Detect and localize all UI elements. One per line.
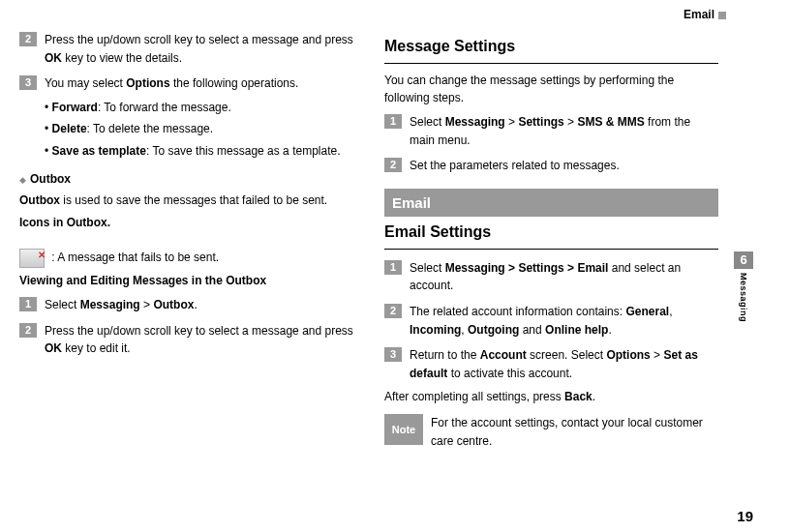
key-label: Back [564,390,592,403]
icons-heading: Icons in Outbox. [19,214,353,232]
step-text: Select Messaging > Outbox. [45,296,353,314]
bullet-text: : To save this message as a template. [146,144,341,158]
bullet-text: : To forward the message. [98,101,231,114]
step-text: Press the up/down scroll key to select a… [45,31,353,67]
left-column: 2 Press the up/down scroll key to select… [19,31,353,450]
key-label: Incoming [410,323,461,337]
text: the following operations. [170,76,299,90]
email-banner: Email [384,189,718,217]
text: After completing all settings, press [384,390,564,403]
text: is used to save the messages that failed… [60,193,327,207]
step-item: 2 The related account information contai… [384,303,718,339]
text: : A message that fails to be sent. [51,251,219,265]
step-item: 2 Set the parameters related to messages… [384,157,718,175]
step-number-badge: 2 [19,323,37,338]
text: Select [410,261,445,275]
key-label: Outbox [153,298,194,311]
text: key to view the details. [62,51,182,65]
step-text: Return to the Account screen. Select Opt… [410,346,718,382]
paragraph: Outbox is used to save the messages that… [19,192,353,210]
step-number-badge: 3 [19,75,37,90]
text: The related account information contains… [410,305,625,318]
step-number-badge: 2 [384,158,402,172]
key-label: SMS & MMS [577,115,644,129]
step-item: 3 You may select Options the following o… [19,74,353,93]
key-label: Settings [518,115,563,129]
header-title: Email [684,8,714,21]
step-text: The related account information contains… [410,303,718,339]
text: and [519,323,545,337]
page-header: Email [19,8,732,21]
step-number-badge: 1 [384,114,402,129]
bullet-text: : To delete the message. [87,122,214,135]
text: . [592,390,595,403]
step-number-badge: 2 [384,304,402,318]
step-item: 3 Return to the Account screen. Select O… [384,346,718,382]
step-item: 2 Press the up/down scroll key to select… [19,322,353,358]
section-heading: Message Settings [384,35,718,59]
text: > [140,298,154,311]
key-label: Messaging [445,115,505,129]
text: Press the up/down scroll key to select a… [45,324,353,338]
chapter-number: 6 [734,251,753,269]
step-text: Set the parameters related to messages. [410,157,718,175]
text: > [651,348,664,362]
key-label: Messaging > Settings > Email [445,261,609,275]
bullet-item: • Save as template: To save this message… [45,142,353,161]
text: Select [45,298,80,311]
text: , [669,305,672,318]
side-tab: 6 Messaging [734,251,753,322]
key-label: Account [480,348,527,362]
divider [384,249,718,250]
step-number-badge: 2 [19,32,37,46]
step-number-badge: 1 [384,260,402,275]
text: Return to the [410,348,480,362]
subsection-heading: Viewing and Editing Messages in the Outb… [19,272,353,290]
failed-message-icon [19,249,45,268]
text: . [194,298,197,311]
step-item: 1 Select Messaging > Outbox. [19,296,353,314]
bullet-label: Delete [52,122,87,135]
chapter-label: Messaging [739,273,748,322]
step-item: 1 Select Messaging > Settings > SMS & MM… [384,113,718,149]
page-number: 19 [737,508,753,524]
subsection-title: Outbox [19,170,353,189]
text: > [505,115,519,129]
text: > [564,115,578,129]
icon-description: : A message that fails to be sent. [19,249,353,268]
text: , [461,323,468,337]
step-text: Select Messaging > Settings > SMS & MMS … [410,113,718,149]
paragraph: You can change the message settings by p… [384,72,718,107]
text-bold: Outbox [19,193,60,207]
text: . [608,323,611,337]
step-number-badge: 3 [384,347,402,362]
step-item: 2 Press the up/down scroll key to select… [19,31,353,67]
step-text: Press the up/down scroll key to select a… [45,322,353,358]
section-heading: Email Settings [384,221,718,245]
bullet-item: • Delete: To delete the message. [45,120,353,138]
header-square-icon [718,12,726,19]
key-label: Online help [545,323,608,337]
key-label: OK [45,51,62,65]
text: You may select [45,76,126,90]
key-label: OK [45,341,62,355]
key-label: Options [126,76,169,90]
key-label: Options [606,348,650,362]
text: Select [410,115,445,129]
key-label: General [625,305,669,318]
text: screen. Select [527,348,607,362]
text: Press the up/down scroll key to select a… [45,33,353,46]
step-text: Select Messaging > Settings > Email and … [410,259,718,295]
step-text: You may select Options the following ope… [45,74,353,93]
key-label: Messaging [80,298,140,311]
text: key to edit it. [62,341,131,355]
bullet-label: Save as template [52,144,146,158]
step-number-badge: 1 [19,297,37,311]
heading-text: Outbox [30,172,71,186]
step-item: 1 Select Messaging > Settings > Email an… [384,259,718,295]
bullet-label: Forward [52,101,98,114]
note-badge: Note [384,414,423,445]
note-text: For the account settings, contact your l… [431,414,718,450]
bullet-item: • Forward: To forward the message. [45,99,353,117]
right-column: Message Settings You can change the mess… [384,31,718,450]
